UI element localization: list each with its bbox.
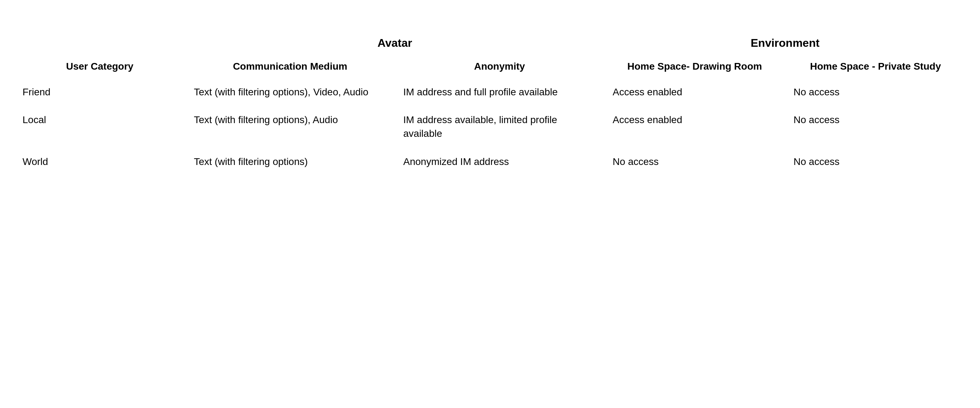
main-table-container: Avatar Environment User Category Communi… xyxy=(14,21,966,183)
anonymity-local: IM address available, limited profile av… xyxy=(395,106,604,148)
user-category-world: World xyxy=(14,148,185,176)
col-header-comm-medium: Communication Medium xyxy=(185,53,395,78)
user-category-friend: Friend xyxy=(14,78,185,106)
col-header-private-study: Home Space - Private Study xyxy=(785,53,966,78)
group-header-row: Avatar Environment xyxy=(14,28,966,53)
table-row-friend: Friend Text (with filtering options), Vi… xyxy=(14,78,966,106)
comm-medium-local: Text (with filtering options), Audio xyxy=(185,106,395,148)
anonymity-friend: IM address and full profile available xyxy=(395,78,604,106)
private-study-world: No access xyxy=(785,148,966,176)
drawing-room-friend: Access enabled xyxy=(604,78,785,106)
data-table: Avatar Environment User Category Communi… xyxy=(14,28,966,176)
private-study-local: No access xyxy=(785,106,966,148)
user-category-local: Local xyxy=(14,106,185,148)
private-study-friend: No access xyxy=(785,78,966,106)
col-header-drawing-room: Home Space- Drawing Room xyxy=(604,53,785,78)
anonymity-world: Anonymized IM address xyxy=(395,148,604,176)
comm-medium-friend: Text (with filtering options), Video, Au… xyxy=(185,78,395,106)
col-header-anonymity: Anonymity xyxy=(395,53,604,78)
table-row-local: Local Text (with filtering options), Aud… xyxy=(14,106,966,148)
empty-group-header xyxy=(14,28,185,53)
avatar-group-header: Avatar xyxy=(185,28,604,53)
comm-medium-world: Text (with filtering options) xyxy=(185,148,395,176)
table-row-world: World Text (with filtering options) Anon… xyxy=(14,148,966,176)
environment-group-header: Environment xyxy=(604,28,966,53)
col-header-user-category: User Category xyxy=(14,53,185,78)
column-header-row: User Category Communication Medium Anony… xyxy=(14,53,966,78)
drawing-room-world: No access xyxy=(604,148,785,176)
drawing-room-local: Access enabled xyxy=(604,106,785,148)
